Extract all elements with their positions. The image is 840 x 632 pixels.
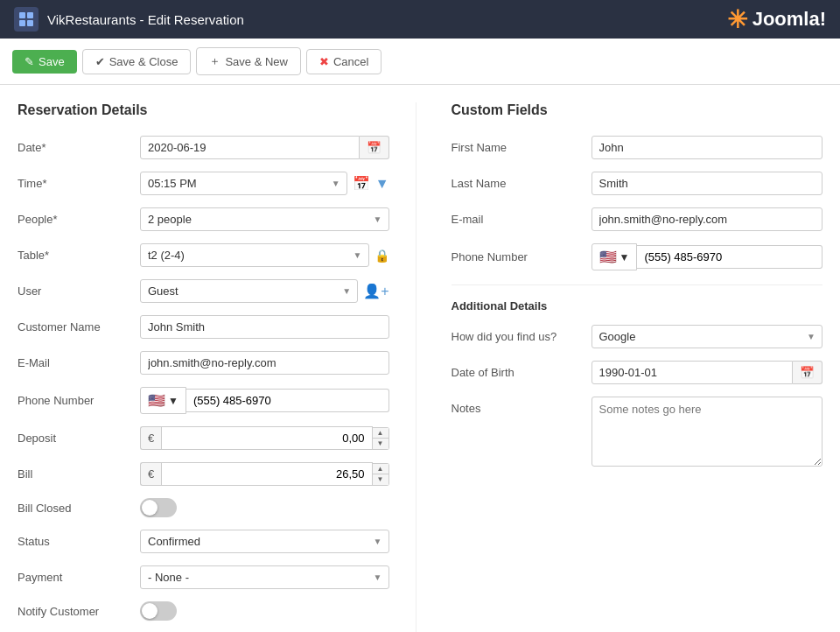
date-calendar-button[interactable]: 📅 xyxy=(360,136,389,159)
deposit-label: Deposit xyxy=(18,432,140,445)
bill-closed-toggle[interactable] xyxy=(140,498,177,517)
right-phone-group: 🇺🇸 ▼ xyxy=(592,243,823,270)
right-phone-label: Phone Number xyxy=(452,250,592,263)
cancel-button[interactable]: ✖ Cancel xyxy=(306,49,382,74)
status-label: Status xyxy=(18,535,140,548)
phone-input[interactable] xyxy=(186,389,389,412)
right-us-flag-icon: 🇺🇸 xyxy=(599,249,617,265)
how-find-select[interactable]: Google xyxy=(592,325,823,348)
status-select[interactable]: Confirmed xyxy=(140,530,389,553)
date-input[interactable] xyxy=(140,136,360,159)
deposit-row: Deposit € ▲ ▼ xyxy=(18,426,389,450)
payment-row: Payment - None - ▼ xyxy=(18,565,389,589)
add-user-icon[interactable]: 👤+ xyxy=(363,283,388,299)
date-label: Date* xyxy=(18,141,140,154)
flag-dropdown-arrow-icon: ▼ xyxy=(168,395,178,407)
right-email-input[interactable] xyxy=(592,207,823,231)
bill-currency: € xyxy=(140,462,161,486)
notes-textarea[interactable] xyxy=(592,397,823,467)
time-select[interactable]: 05:15 PM xyxy=(140,172,347,195)
check-icon: ✔ xyxy=(95,55,105,68)
deposit-currency: € xyxy=(140,426,161,450)
right-phone-flag-select[interactable]: 🇺🇸 ▼ xyxy=(592,243,638,270)
deposit-decrement-button[interactable]: ▼ xyxy=(373,439,388,449)
last-name-label: Last Name xyxy=(452,177,592,190)
email-label: E-Mail xyxy=(18,356,140,369)
time-calendar-icon[interactable]: 📅 xyxy=(353,175,370,192)
joomla-logo: ✳ Joomla! xyxy=(727,5,826,34)
notify-toggle[interactable] xyxy=(140,601,177,621)
bill-group: € ▲ ▼ xyxy=(140,462,389,486)
customer-name-row: Customer Name xyxy=(18,315,389,339)
right-phone-row: Phone Number 🇺🇸 ▼ xyxy=(452,243,823,270)
how-find-row: How did you find us? Google ▼ xyxy=(452,325,823,348)
right-flag-arrow-icon: ▼ xyxy=(620,251,630,263)
dob-input[interactable] xyxy=(592,361,794,384)
email-input[interactable] xyxy=(140,351,389,375)
deposit-spinner[interactable]: ▲ ▼ xyxy=(373,427,389,450)
right-panel: Custom Fields First Name Last Name E-mai… xyxy=(416,102,823,632)
left-panel: Reservation Details Date* 📅 Time* 05:15 … xyxy=(18,102,416,632)
how-find-label: How did you find us? xyxy=(452,330,592,343)
notify-label: Notify Customer xyxy=(18,605,140,618)
joomla-text: Joomla! xyxy=(752,8,826,31)
svg-rect-0 xyxy=(19,12,25,18)
table-row: Table* t2 (2-4) ▼ 🔒 xyxy=(18,243,389,267)
status-row: Status Confirmed ▼ xyxy=(18,530,389,553)
content-area: Reservation Details Date* 📅 Time* 05:15 … xyxy=(0,85,840,632)
bill-row: Bill € ▲ ▼ xyxy=(18,462,389,486)
people-label: People* xyxy=(18,213,140,226)
bill-closed-label: Bill Closed xyxy=(18,502,140,515)
page-title: VikRestaurants - Edit Reservation xyxy=(47,12,244,27)
user-select[interactable]: Guest xyxy=(140,279,358,303)
deposit-increment-button[interactable]: ▲ xyxy=(373,428,388,439)
save-button[interactable]: ✎ Save xyxy=(12,50,77,74)
bill-closed-row: Bill Closed xyxy=(18,498,389,517)
people-row: People* 2 people ▼ xyxy=(18,207,389,231)
bill-increment-button[interactable]: ▲ xyxy=(373,464,388,474)
people-select[interactable]: 2 people xyxy=(140,207,389,231)
table-label: Table* xyxy=(18,249,140,262)
notes-label: Notes xyxy=(452,397,592,415)
title-bar: VikRestaurants - Edit Reservation ✳ Joom… xyxy=(0,0,840,39)
save-new-button[interactable]: ＋ Save & New xyxy=(196,47,301,75)
phone-label: Phone Number xyxy=(18,394,140,407)
save-close-button[interactable]: ✔ Save & Close xyxy=(82,49,192,74)
time-group: 05:15 PM ▼ 📅 ▼ xyxy=(140,172,389,195)
payment-label: Payment xyxy=(18,571,140,584)
notify-row: Notify Customer xyxy=(18,601,389,621)
customer-name-input[interactable] xyxy=(140,315,389,339)
phone-row: Phone Number 🇺🇸 ▼ xyxy=(18,387,389,414)
svg-rect-2 xyxy=(19,20,25,26)
right-section-title: Custom Fields xyxy=(452,102,823,118)
bill-label: Bill xyxy=(18,467,140,481)
dob-calendar-button[interactable]: 📅 xyxy=(793,361,822,384)
bill-closed-thumb xyxy=(142,500,158,516)
bill-spinner[interactable]: ▲ ▼ xyxy=(373,463,389,486)
first-name-input[interactable] xyxy=(592,136,823,159)
last-name-row: Last Name xyxy=(452,172,823,195)
table-select[interactable]: t2 (2-4) xyxy=(140,243,369,267)
first-name-row: First Name xyxy=(452,136,823,159)
bill-input[interactable] xyxy=(161,462,372,486)
time-label: Time* xyxy=(18,177,140,190)
svg-rect-3 xyxy=(27,20,33,26)
cancel-icon: ✖ xyxy=(319,55,329,68)
first-name-label: First Name xyxy=(452,141,592,154)
time-row: Time* 05:15 PM ▼ 📅 ▼ xyxy=(18,172,389,195)
customer-name-label: Customer Name xyxy=(18,320,140,334)
right-email-row: E-mail xyxy=(452,207,823,231)
toolbar: ✎ Save ✔ Save & Close ＋ Save & New ✖ Can… xyxy=(0,39,840,85)
bill-decrement-button[interactable]: ▼ xyxy=(373,474,388,485)
notify-thumb xyxy=(142,603,158,619)
additional-details-label: Additional Details xyxy=(452,299,823,312)
user-label: User xyxy=(18,284,140,298)
lock-icon: 🔒 xyxy=(374,249,389,263)
deposit-input[interactable] xyxy=(161,426,372,450)
email-row: E-Mail xyxy=(18,351,389,375)
right-phone-input[interactable] xyxy=(637,245,822,269)
payment-select[interactable]: - None - xyxy=(140,565,389,589)
last-name-input[interactable] xyxy=(592,172,823,195)
time-dropdown-icon[interactable]: ▼ xyxy=(375,176,389,192)
phone-flag-select[interactable]: 🇺🇸 ▼ xyxy=(140,387,186,414)
